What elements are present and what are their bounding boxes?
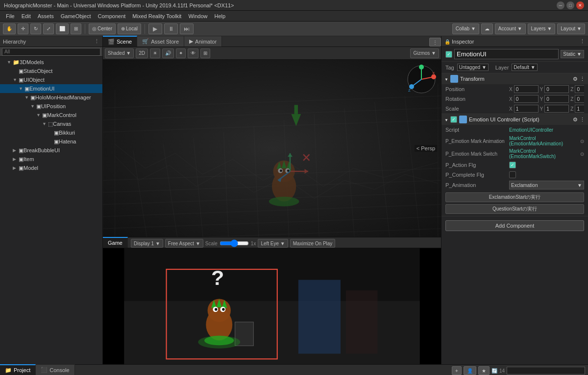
close-button[interactable]: ✕: [576, 1, 584, 9]
menu-edit[interactable]: Edit: [19, 12, 34, 20]
layout-dropdown[interactable]: Layout ▼: [557, 23, 585, 34]
tool-scale[interactable]: ⤢: [43, 23, 54, 34]
scene-grid-btn[interactable]: ⊞: [200, 48, 210, 58]
tree-item-hatena[interactable]: ▣ Hatena: [0, 137, 102, 146]
script-ref[interactable]: EmotionUIController: [509, 127, 553, 133]
emotion-more-icon[interactable]: ⋮: [580, 117, 585, 123]
tool-transform[interactable]: ⊞: [71, 23, 81, 34]
exclamation-start-button[interactable]: ExclamationStartの実行: [445, 192, 584, 202]
tool-rect[interactable]: ⬜: [56, 23, 69, 34]
tree-item-emotionui[interactable]: ▼ ▣ EmotionUI: [0, 84, 102, 93]
dimension-dropdown[interactable]: 2D: [136, 48, 148, 58]
position-y-field[interactable]: [544, 85, 569, 93]
maximize-button[interactable]: □: [566, 1, 574, 9]
center-button[interactable]: ◎ Center: [89, 23, 116, 34]
static-button[interactable]: Static ▼: [561, 50, 584, 58]
menu-window[interactable]: Window: [185, 12, 210, 20]
scale-z-field[interactable]: [575, 105, 584, 113]
p-emotion-mark-anim-ref[interactable]: MarkControl (EmotionMarkAnimation): [509, 136, 578, 146]
maximize-btn[interactable]: Maximize On Play: [290, 239, 336, 248]
tree-item-uiobject[interactable]: ▼ ▣ UIObject: [0, 75, 102, 84]
pick-icon[interactable]: ⊙: [580, 139, 584, 144]
tree-item-staticobject[interactable]: ▣ StaticObject: [0, 67, 102, 75]
position-row: Position X Y Z: [441, 84, 588, 94]
menu-component[interactable]: Component: [95, 12, 128, 20]
menu-file[interactable]: File: [3, 12, 18, 20]
tree-item-markcontrol[interactable]: ▼ ▣ MarkControl: [0, 111, 102, 119]
tool-hand[interactable]: ✋: [3, 23, 16, 34]
scene-light-btn[interactable]: ☀: [150, 48, 160, 58]
tree-item-uiposition[interactable]: ▼ ▣ UIPosition: [0, 102, 102, 111]
add-component-button[interactable]: Add Component: [445, 220, 584, 231]
display-dropdown[interactable]: Display 1 ▼: [131, 239, 163, 248]
position-x-field[interactable]: [514, 85, 539, 93]
scene-fx-btn[interactable]: ✦: [176, 48, 186, 58]
p-animation-dropdown[interactable]: Exclamation ▼: [509, 181, 584, 189]
eye-dropdown[interactable]: Left Eye ▼: [258, 239, 288, 248]
tab-project[interactable]: 📁 Project: [0, 364, 36, 375]
favorite-btn[interactable]: ★: [478, 366, 490, 375]
hierarchy-menu-icon[interactable]: [94, 38, 99, 45]
gameobject-name-field[interactable]: [454, 49, 559, 59]
tree-item-3dmodels[interactable]: ▼ 📁 3DModels: [0, 58, 102, 67]
emotion-active-checkbox[interactable]: ✓: [450, 116, 457, 123]
p-complete-flg-checkbox[interactable]: [509, 171, 516, 178]
tree-item-canvas[interactable]: ▼ ⬚ Canvas: [0, 119, 102, 128]
rotation-z-field[interactable]: [575, 95, 584, 103]
local-button[interactable]: ⊕ Local: [118, 23, 141, 34]
position-z-field[interactable]: [575, 85, 584, 93]
shading-dropdown[interactable]: Shaded ▼: [105, 48, 134, 58]
scene-hide-btn[interactable]: 👁: [188, 48, 198, 58]
tab-animator[interactable]: ▶ Animator: [184, 36, 222, 47]
inspector-menu-icon[interactable]: [580, 38, 585, 45]
go-active-checkbox[interactable]: ✓: [445, 51, 452, 58]
hierarchy-search-input[interactable]: [2, 48, 100, 56]
pause-button[interactable]: ⏸: [164, 23, 178, 34]
layers-dropdown[interactable]: Layers ▼: [528, 23, 556, 34]
pick-icon-2[interactable]: ⊙: [580, 151, 584, 157]
collab-dropdown[interactable]: Collab ▼: [452, 23, 479, 34]
gear-icon[interactable]: [573, 76, 578, 82]
menu-mrt[interactable]: Mixed Reality Toolkit: [129, 12, 184, 20]
rotation-y-field[interactable]: [544, 95, 569, 103]
scene-audio-btn[interactable]: 🔊: [162, 48, 174, 58]
menu-gameobject[interactable]: GameObject: [58, 12, 94, 20]
add-folder-btn[interactable]: +: [452, 366, 462, 375]
question-start-button[interactable]: QuestionStartの実行: [445, 204, 584, 214]
tree-item-holomonheadmanager[interactable]: ▼ ▣ HoloMonHeadManager: [0, 93, 102, 102]
scale-slider[interactable]: [220, 239, 249, 247]
cloud-button[interactable]: ☁: [481, 23, 493, 34]
gizmos-dropdown[interactable]: Gizmos ▼: [410, 48, 439, 58]
scale-x-field[interactable]: [514, 105, 539, 113]
rotation-x-field[interactable]: [514, 95, 539, 103]
layer-dropdown[interactable]: Default ▼: [512, 64, 537, 71]
tag-dropdown[interactable]: Untagged ▼: [457, 64, 489, 71]
project-search-input[interactable]: [507, 367, 585, 375]
tree-item-bikkuri[interactable]: ▣ Bikkuri: [0, 128, 102, 137]
scale-y-field[interactable]: [544, 105, 569, 113]
minimize-button[interactable]: ─: [557, 1, 564, 9]
tab-asset-store[interactable]: 🛒 Asset Store: [137, 36, 184, 47]
tree-item-breakbubbleui[interactable]: ▶ ▣ BreakBubbleUI: [0, 146, 102, 155]
menu-assets[interactable]: Assets: [35, 12, 57, 20]
play-button[interactable]: ▶: [148, 23, 162, 34]
tool-move[interactable]: ✛: [18, 23, 28, 34]
emotion-controller-header[interactable]: ✓ Emotion UI Controller (Script) ⋮: [441, 114, 588, 125]
tab-console[interactable]: ⬛ Console: [36, 364, 74, 375]
account-dropdown[interactable]: Account ▼: [495, 23, 526, 34]
tree-item-item[interactable]: ▶ ▣ Item: [0, 155, 102, 164]
gear-icon-2[interactable]: [573, 117, 578, 123]
transform-header[interactable]: Transform ⋮: [441, 73, 588, 84]
p-action-flg-checkbox[interactable]: ✓: [509, 162, 516, 168]
aspect-dropdown[interactable]: Free Aspect ▼: [165, 239, 203, 248]
tab-game[interactable]: Game: [103, 237, 128, 248]
p-emotion-mark-switch-ref[interactable]: MarkControl (EmotionMarkSwitch): [509, 148, 578, 159]
tab-scene[interactable]: 🎬 Scene: [103, 36, 137, 47]
step-button[interactable]: ⏭: [180, 23, 194, 34]
menu-help[interactable]: Help: [212, 12, 229, 20]
tree-item-model[interactable]: ▶ ▣ Model: [0, 164, 102, 172]
search-filter-btn[interactable]: 👤: [464, 366, 476, 375]
tool-rotate[interactable]: ↻: [30, 23, 41, 34]
scene-more-btn[interactable]: ⋮: [429, 38, 441, 47]
transform-more-icon[interactable]: ⋮: [580, 76, 585, 82]
